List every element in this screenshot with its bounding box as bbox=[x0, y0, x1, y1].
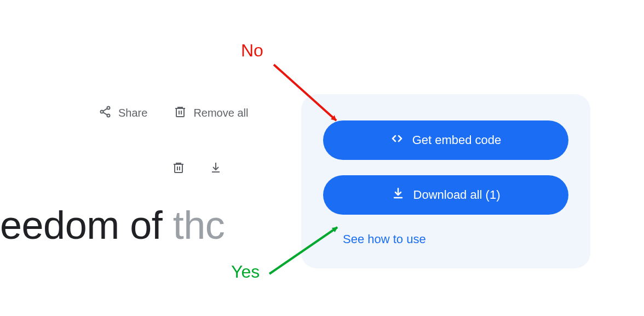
download-icon[interactable] bbox=[209, 161, 222, 176]
remove-all-button[interactable]: Remove all bbox=[174, 105, 248, 121]
svg-line-4 bbox=[103, 112, 107, 115]
annotation-no: No bbox=[241, 41, 263, 61]
preview-text-dark: eedom of bbox=[0, 203, 173, 247]
svg-rect-8 bbox=[175, 164, 182, 173]
preview-text: eedom of thc bbox=[0, 203, 225, 248]
download-button-label: Download all (1) bbox=[413, 188, 501, 202]
see-how-to-use-link[interactable]: See how to use bbox=[323, 230, 568, 246]
item-actions bbox=[172, 161, 222, 176]
download-all-button[interactable]: Download all (1) bbox=[323, 175, 568, 215]
get-embed-code-button[interactable]: Get embed code bbox=[323, 120, 568, 160]
action-panel: Get embed code Download all (1) See how … bbox=[301, 94, 590, 268]
svg-point-2 bbox=[107, 114, 110, 117]
remove-all-label: Remove all bbox=[193, 107, 248, 119]
svg-point-0 bbox=[107, 107, 110, 110]
svg-line-3 bbox=[103, 108, 107, 111]
share-icon bbox=[99, 105, 112, 121]
svg-point-1 bbox=[101, 111, 104, 113]
download-icon bbox=[392, 187, 405, 203]
toolbar: Share Remove all bbox=[99, 105, 248, 121]
trash-icon[interactable] bbox=[172, 161, 185, 176]
annotation-yes: Yes bbox=[231, 262, 260, 282]
preview-text-fade: thc bbox=[173, 203, 225, 247]
svg-rect-5 bbox=[176, 108, 184, 117]
trash-icon bbox=[174, 105, 187, 121]
embed-button-label: Get embed code bbox=[412, 133, 502, 147]
share-button[interactable]: Share bbox=[99, 105, 147, 121]
share-label: Share bbox=[118, 107, 147, 119]
code-icon bbox=[390, 132, 404, 148]
